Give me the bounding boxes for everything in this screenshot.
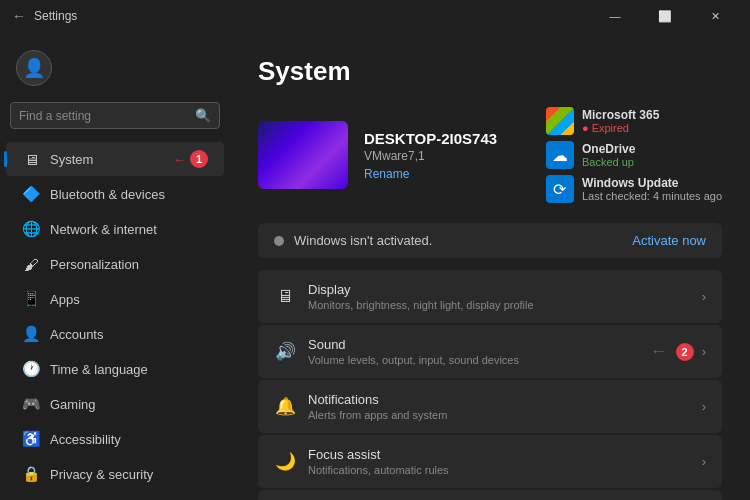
display-icon: 🖥	[274, 286, 296, 308]
sidebar-item-time[interactable]: 🕐 Time & language	[6, 352, 224, 386]
sound-chevron: ›	[702, 344, 706, 359]
ms365-title: Microsoft 365	[582, 108, 659, 122]
display-setting[interactable]: 🖥 Display Monitors, brightness, night li…	[258, 270, 722, 323]
display-text: Display Monitors, brightness, night ligh…	[308, 282, 534, 311]
time-icon: 🕐	[22, 360, 40, 378]
sidebar-item-network[interactable]: 🌐 Network & internet	[6, 212, 224, 246]
app-body: 👤 🔍 🖥 System ← 1 🔷 Bluetooth & devices	[0, 32, 750, 500]
notifications-desc: Alerts from apps and system	[308, 409, 447, 421]
winupdate-link[interactable]: ⟳ Windows Update Last checked: 4 minutes…	[546, 175, 722, 203]
activation-left: Windows isn't activated.	[274, 233, 432, 248]
privacy-icon: 🔒	[22, 465, 40, 483]
sidebar-user: 👤	[0, 40, 230, 102]
focus-assist-label: Focus assist	[308, 447, 449, 462]
sound-right: ← 2 ›	[650, 341, 706, 362]
sidebar-item-accounts[interactable]: 👤 Accounts	[6, 317, 224, 351]
notifications-text: Notifications Alerts from apps and syste…	[308, 392, 447, 421]
sidebar-item-label-network: Network & internet	[50, 222, 157, 237]
sound-desc: Volume levels, output, input, sound devi…	[308, 354, 519, 366]
search-box[interactable]: 🔍	[10, 102, 220, 129]
activate-now-button[interactable]: Activate now	[632, 233, 706, 248]
sidebar-item-label-system: System	[50, 152, 93, 167]
notifications-chevron: ›	[702, 399, 706, 414]
ms365-link[interactable]: Microsoft 365 ● Expired	[546, 107, 722, 135]
focus-assist-chevron: ›	[702, 454, 706, 469]
display-desc: Monitors, brightness, night light, displ…	[308, 299, 534, 311]
sidebar-item-personalization[interactable]: 🖌 Personalization	[6, 247, 224, 281]
bluetooth-icon: 🔷	[22, 185, 40, 203]
device-image	[258, 121, 348, 189]
sound-icon: 🔊	[274, 341, 296, 363]
sidebar-item-apps[interactable]: 📱 Apps	[6, 282, 224, 316]
search-icon: 🔍	[195, 108, 211, 123]
winupdate-info: Windows Update Last checked: 4 minutes a…	[582, 176, 722, 202]
device-info: DESKTOP-2I0S743 VMware7,1 Rename	[364, 130, 518, 181]
accounts-icon: 👤	[22, 325, 40, 343]
sidebar-item-system[interactable]: 🖥 System ← 1	[6, 142, 224, 176]
sound-label: Sound	[308, 337, 519, 352]
ms365-info: Microsoft 365 ● Expired	[582, 108, 659, 134]
titlebar-controls: — ⬜ ✕	[592, 0, 738, 32]
notifications-setting[interactable]: 🔔 Notifications Alerts from apps and sys…	[258, 380, 722, 433]
sidebar-item-label-apps: Apps	[50, 292, 80, 307]
sidebar-item-label-personalization: Personalization	[50, 257, 139, 272]
titlebar-title: Settings	[34, 9, 77, 23]
sidebar-item-gaming[interactable]: 🎮 Gaming	[6, 387, 224, 421]
device-card: DESKTOP-2I0S743 VMware7,1 Rename Microso…	[258, 107, 722, 203]
focus-assist-text: Focus assist Notifications, automatic ru…	[308, 447, 449, 476]
notifications-label: Notifications	[308, 392, 447, 407]
sound-arrow: ←	[650, 341, 668, 362]
accessibility-icon: ♿	[22, 430, 40, 448]
onedrive-info: OneDrive Backed up	[582, 142, 635, 168]
focus-assist-setting[interactable]: 🌙 Focus assist Notifications, automatic …	[258, 435, 722, 488]
network-icon: 🌐	[22, 220, 40, 238]
notifications-left: 🔔 Notifications Alerts from apps and sys…	[274, 392, 447, 421]
search-input[interactable]	[19, 109, 189, 123]
system-icon: 🖥	[22, 150, 40, 168]
ms365-status: ● Expired	[582, 122, 659, 134]
onedrive-icon: ☁	[546, 141, 574, 169]
ms365-icon	[546, 107, 574, 135]
sound-setting[interactable]: 🔊 Sound Volume levels, output, input, so…	[258, 325, 722, 378]
display-chevron: ›	[702, 289, 706, 304]
activation-dot	[274, 236, 284, 246]
power-setting[interactable]: ⏻ Power Sleep, battery usage, battery sa…	[258, 490, 722, 500]
device-sub: VMware7,1	[364, 149, 518, 163]
sidebar-item-label-privacy: Privacy & security	[50, 467, 153, 482]
device-name: DESKTOP-2I0S743	[364, 130, 518, 147]
sidebar-item-bluetooth[interactable]: 🔷 Bluetooth & devices	[6, 177, 224, 211]
display-label: Display	[308, 282, 534, 297]
quick-links: Microsoft 365 ● Expired ☁ OneDrive Backe…	[546, 107, 722, 203]
winupdate-icon: ⟳	[546, 175, 574, 203]
display-left: 🖥 Display Monitors, brightness, night li…	[274, 282, 534, 311]
winupdate-status: Last checked: 4 minutes ago	[582, 190, 722, 202]
avatar: 👤	[16, 50, 52, 86]
settings-list: 🖥 Display Monitors, brightness, night li…	[258, 270, 722, 500]
titlebar: ← Settings — ⬜ ✕	[0, 0, 750, 32]
sound-left: 🔊 Sound Volume levels, output, input, so…	[274, 337, 519, 366]
close-button[interactable]: ✕	[692, 0, 738, 32]
winupdate-title: Windows Update	[582, 176, 722, 190]
back-icon[interactable]: ←	[12, 8, 26, 24]
main-content: System DESKTOP-2I0S743 VMware7,1 Rename …	[230, 32, 750, 500]
activation-banner: Windows isn't activated. Activate now	[258, 223, 722, 258]
page-title: System	[258, 56, 722, 87]
focus-assist-desc: Notifications, automatic rules	[308, 464, 449, 476]
sidebar-item-accessibility[interactable]: ♿ Accessibility	[6, 422, 224, 456]
user-icon: 👤	[23, 57, 45, 79]
gaming-icon: 🎮	[22, 395, 40, 413]
onedrive-link[interactable]: ☁ OneDrive Backed up	[546, 141, 722, 169]
sidebar: 👤 🔍 🖥 System ← 1 🔷 Bluetooth & devices	[0, 32, 230, 500]
notifications-icon: 🔔	[274, 396, 296, 418]
sidebar-item-privacy[interactable]: 🔒 Privacy & security	[6, 457, 224, 491]
device-rename[interactable]: Rename	[364, 167, 518, 181]
onedrive-title: OneDrive	[582, 142, 635, 156]
maximize-button[interactable]: ⬜	[642, 0, 688, 32]
onedrive-status: Backed up	[582, 156, 635, 168]
sidebar-item-windows-update[interactable]: ⟳ Windows Update	[6, 492, 224, 500]
badge-2: 2	[676, 343, 694, 361]
sidebar-nav: 🖥 System ← 1 🔷 Bluetooth & devices 🌐 Net…	[0, 137, 230, 500]
minimize-button[interactable]: —	[592, 0, 638, 32]
sidebar-item-label-accounts: Accounts	[50, 327, 103, 342]
badge-1: 1	[190, 150, 208, 168]
